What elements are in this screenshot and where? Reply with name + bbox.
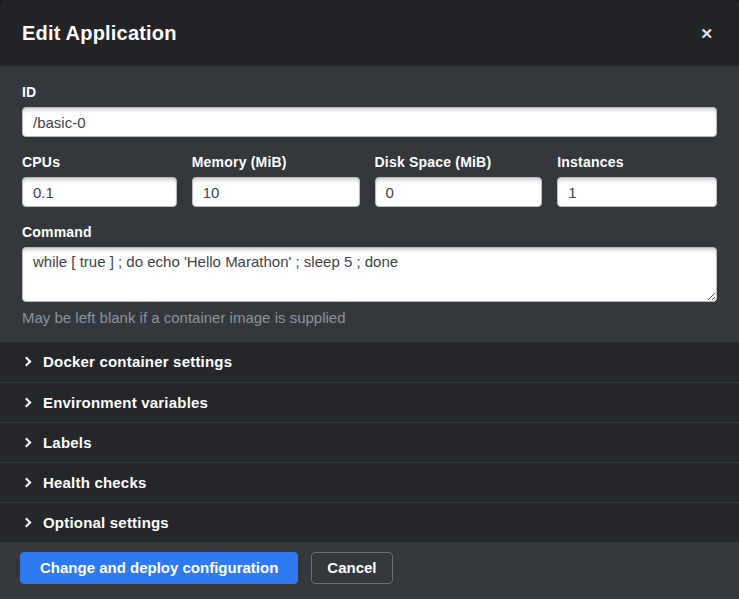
chevron-right-icon: [22, 477, 32, 487]
cpus-field-group: CPUs: [22, 155, 177, 207]
memory-field-group: Memory (MiB): [192, 155, 360, 207]
section-health-checks[interactable]: Health checks: [0, 462, 739, 502]
section-label: Labels: [43, 434, 92, 451]
close-icon[interactable]: ✕: [696, 22, 717, 45]
memory-label: Memory (MiB): [192, 155, 360, 169]
command-field-group: Command while [ true ] ; do echo 'Hello …: [22, 225, 717, 327]
disk-label: Disk Space (MiB): [375, 155, 543, 169]
command-helper-text: May be left blank if a container image i…: [22, 310, 717, 327]
command-label: Command: [22, 225, 717, 239]
id-field-group: ID: [22, 85, 717, 137]
modal-footer: Change and deploy configuration Cancel: [0, 542, 739, 599]
memory-input[interactable]: [192, 177, 360, 207]
cancel-button[interactable]: Cancel: [311, 552, 392, 584]
chevron-right-icon: [22, 517, 32, 527]
command-textarea[interactable]: while [ true ] ; do echo 'Hello Marathon…: [22, 247, 717, 302]
modal-title: Edit Application: [22, 22, 177, 45]
section-label: Environment variables: [43, 394, 208, 411]
chevron-right-icon: [22, 357, 32, 367]
collapsible-sections: Docker container settings Environment va…: [0, 342, 739, 542]
instances-field-group: Instances: [557, 155, 717, 207]
id-input[interactable]: [22, 107, 717, 137]
section-labels[interactable]: Labels: [0, 422, 739, 462]
modal-body: ID CPUs Memory (MiB) Disk Space (MiB) In…: [0, 66, 739, 342]
section-label: Health checks: [43, 474, 146, 491]
cpus-label: CPUs: [22, 155, 177, 169]
chevron-right-icon: [22, 397, 32, 407]
section-docker-container-settings[interactable]: Docker container settings: [0, 342, 739, 382]
instances-label: Instances: [557, 155, 717, 169]
edit-application-modal: Edit Application ✕ ID CPUs Memory (MiB) …: [0, 0, 739, 599]
id-label: ID: [22, 85, 717, 99]
disk-input[interactable]: [375, 177, 543, 207]
disk-field-group: Disk Space (MiB): [375, 155, 543, 207]
resources-row: CPUs Memory (MiB) Disk Space (MiB) Insta…: [22, 155, 717, 207]
cpus-input[interactable]: [22, 177, 177, 207]
section-environment-variables[interactable]: Environment variables: [0, 382, 739, 422]
instances-input[interactable]: [557, 177, 717, 207]
chevron-right-icon: [22, 437, 32, 447]
section-optional-settings[interactable]: Optional settings: [0, 502, 739, 542]
section-label: Optional settings: [43, 514, 169, 531]
modal-header: Edit Application ✕: [0, 0, 739, 66]
change-and-deploy-button[interactable]: Change and deploy configuration: [20, 552, 298, 584]
section-label: Docker container settings: [43, 353, 232, 370]
